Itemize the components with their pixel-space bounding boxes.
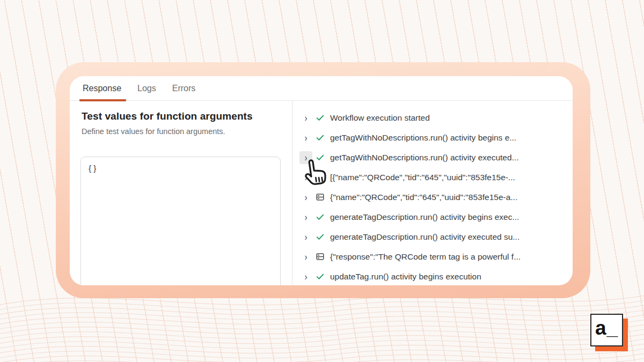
log-row[interactable]: › [{"name":"QRCode","tid":"645","uuid":"… [292, 167, 573, 187]
check-icon [316, 232, 325, 241]
table-icon [316, 193, 325, 202]
a-underscore-logo: a_ [590, 314, 628, 351]
log-row-text: {"name":"QRCode","tid":"645","uuid":"853… [330, 193, 517, 202]
check-icon [316, 272, 325, 281]
expand-chevron-button[interactable]: › [299, 151, 312, 164]
panel-body: Test values for function arguments Defin… [70, 101, 573, 285]
log-row-text: getTagWithNoDescriptions.run() activity … [330, 133, 516, 143]
panel-title: Test values for function arguments [82, 110, 292, 122]
tab-bar: Response Logs Errors [70, 76, 573, 101]
table-icon [316, 173, 325, 182]
log-row[interactable]: › {"name":"QRCode","tid":"645","uuid":"8… [292, 187, 573, 207]
log-row[interactable]: › getTagWithNoDescriptions.run() activit… [292, 128, 573, 147]
tab-logs[interactable]: Logs [137, 76, 156, 101]
chevron-right-icon: › [305, 212, 308, 222]
expand-chevron-button[interactable]: › [299, 131, 312, 144]
log-row-text: generateTagDescription.run() activity ex… [330, 232, 519, 242]
logo-text: a_ [595, 317, 618, 339]
chevron-right-icon: › [305, 252, 308, 262]
check-icon [316, 133, 325, 142]
chevron-right-icon: › [305, 152, 308, 162]
table-icon [316, 252, 325, 261]
log-row[interactable]: › generateTagDescription.run() activity … [292, 227, 573, 247]
chevron-right-icon: › [305, 232, 308, 242]
log-row-text: [{"name":"QRCode","tid":"645","uuid":"85… [330, 173, 515, 182]
log-row-text: generateTagDescription.run() activity be… [330, 212, 519, 222]
chevron-right-icon: › [305, 132, 308, 143]
log-row[interactable]: › {"response":"The QRCode term tag is a … [292, 247, 573, 267]
check-icon [316, 113, 325, 122]
chevron-right-icon: › [305, 113, 308, 123]
panel-subtitle: Define test values for function argument… [82, 127, 292, 136]
peach-frame: Response Logs Errors Test values for fun… [56, 62, 590, 298]
chevron-right-icon: › [305, 271, 308, 282]
expand-chevron-button[interactable]: › [299, 191, 312, 204]
check-icon [316, 153, 325, 162]
log-list: › Workflow execution started › [292, 101, 573, 285]
chevron-right-icon: › [305, 172, 308, 182]
panel-card: Response Logs Errors Test values for fun… [70, 76, 573, 285]
tab-response[interactable]: Response [83, 76, 121, 101]
expand-chevron-button[interactable]: › [299, 231, 312, 243]
test-values-panel: Test values for function arguments Defin… [70, 101, 292, 285]
expand-chevron-button[interactable]: › [299, 250, 312, 263]
log-row-text: updateTag.run() activity begins executio… [330, 272, 481, 282]
expand-chevron-button[interactable]: › [299, 211, 312, 224]
log-row[interactable]: › getTagWithNoDescriptions.run() activit… [292, 147, 573, 167]
expand-chevron-button[interactable]: › [299, 112, 312, 124]
logo-box: a_ [590, 314, 623, 346]
check-icon [316, 212, 325, 221]
log-row-text: Workflow execution started [330, 113, 430, 123]
expand-chevron-button[interactable]: › [299, 171, 312, 184]
log-row[interactable]: › Workflow execution started [292, 108, 573, 128]
chevron-right-icon: › [305, 192, 308, 202]
tab-errors[interactable]: Errors [172, 76, 196, 101]
log-row-text: getTagWithNoDescriptions.run() activity … [330, 153, 518, 162]
log-row-text: {"response":"The QRCode term tag is a po… [330, 252, 521, 262]
expand-chevron-button[interactable]: › [299, 270, 312, 283]
test-values-editor[interactable]: { } [80, 157, 281, 285]
log-row[interactable]: › updateTag.run() activity begins execut… [292, 267, 573, 285]
log-row[interactable]: › generateTagDescription.run() activity … [292, 207, 573, 227]
